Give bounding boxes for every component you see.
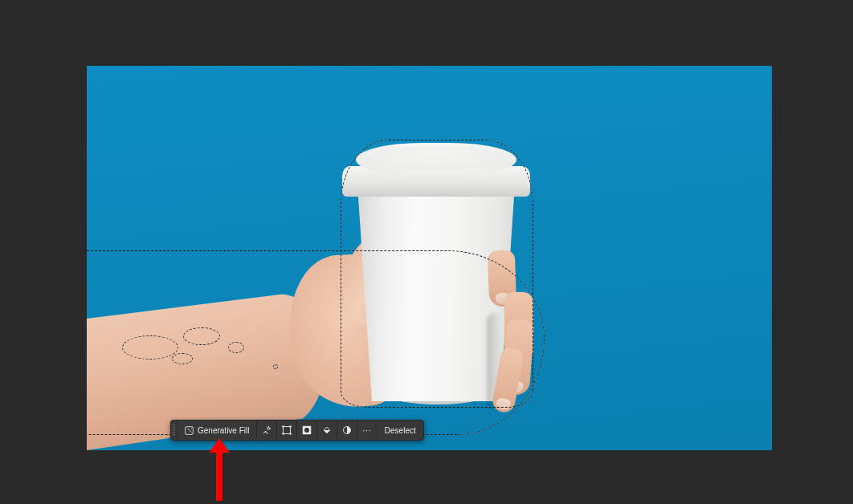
svg-point-8 bbox=[304, 428, 309, 433]
svg-rect-4 bbox=[290, 425, 292, 427]
adjustment-button[interactable] bbox=[337, 421, 357, 440]
fill-icon bbox=[322, 425, 332, 435]
canvas-content: Generative Fill ··· Deselect bbox=[87, 66, 772, 450]
svg-rect-0 bbox=[186, 426, 194, 434]
taskbar-drag-handle[interactable] bbox=[171, 421, 178, 440]
generative-fill-label: Generative Fill bbox=[198, 426, 249, 435]
ellipsis-icon: ··· bbox=[362, 426, 371, 435]
svg-rect-5 bbox=[283, 433, 284, 434]
svg-rect-6 bbox=[290, 433, 292, 434]
svg-rect-2 bbox=[284, 427, 291, 434]
mask-icon bbox=[302, 425, 312, 435]
svg-point-1 bbox=[267, 427, 270, 429]
svg-rect-3 bbox=[283, 425, 284, 427]
fill-button[interactable] bbox=[317, 421, 337, 440]
selection-brush-icon bbox=[262, 425, 271, 435]
mask-button[interactable] bbox=[297, 421, 317, 440]
annotation-arrow bbox=[216, 451, 222, 501]
transform-selection-button[interactable] bbox=[277, 421, 297, 440]
generative-fill-button[interactable]: Generative Fill bbox=[178, 421, 257, 440]
selection-brush-button[interactable] bbox=[257, 421, 277, 440]
generative-fill-icon bbox=[185, 426, 194, 435]
more-options-button[interactable]: ··· bbox=[357, 421, 377, 440]
photo-cup-lid-inner bbox=[366, 146, 506, 170]
deselect-label: Deselect bbox=[385, 426, 416, 435]
adjustment-icon bbox=[342, 425, 352, 435]
transform-selection-icon bbox=[282, 425, 292, 435]
document-canvas[interactable]: Generative Fill ··· Deselect bbox=[87, 66, 772, 450]
deselect-button[interactable]: Deselect bbox=[378, 421, 423, 440]
